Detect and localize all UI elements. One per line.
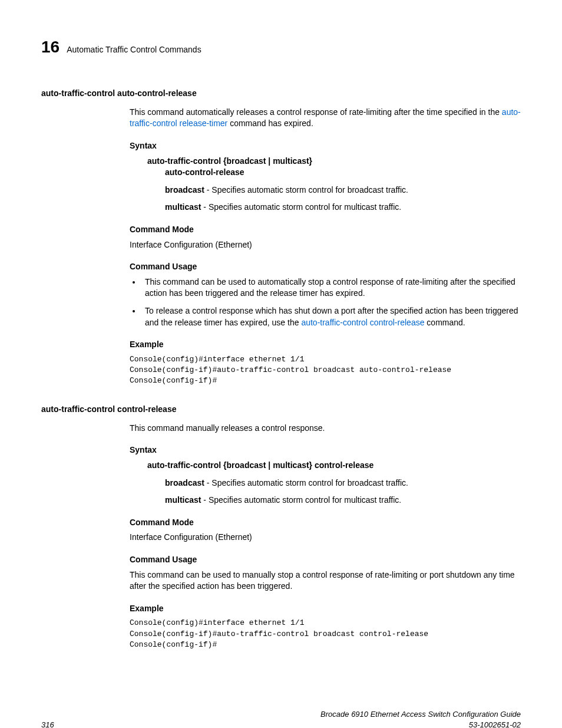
footer-right: Brocade 6910 Ethernet Access Switch Conf… bbox=[320, 709, 521, 728]
param-multicast: multicast - Specifies automatic storm co… bbox=[165, 495, 521, 506]
example-code: Console(config)#interface ethernet 1/1 C… bbox=[130, 354, 521, 387]
desc-text-b: command has expired. bbox=[227, 118, 313, 128]
section-title: auto-traffic-control control-release bbox=[41, 404, 521, 416]
usage-list: This command can be used to automaticall… bbox=[130, 276, 521, 328]
mode-text: Interface Configuration (Ethernet) bbox=[130, 239, 521, 251]
example-heading: Example bbox=[130, 603, 521, 615]
mode-heading: Command Mode bbox=[130, 224, 521, 236]
syntax-heading: Syntax bbox=[130, 140, 521, 152]
command-description: This command automatically releases a co… bbox=[130, 107, 521, 130]
desc-text-a: This command automatically releases a co… bbox=[130, 107, 502, 117]
page-footer: 316 Brocade 6910 Ethernet Access Switch … bbox=[41, 709, 521, 728]
param-desc: - Specifies automatic storm control for … bbox=[201, 202, 401, 212]
section-title: auto-traffic-control auto-control-releas… bbox=[41, 88, 521, 100]
usage-heading: Command Usage bbox=[130, 554, 521, 566]
command-description: This command manually releases a control… bbox=[130, 423, 521, 434]
syntax-line: auto-traffic-control {broadcast | multic… bbox=[147, 156, 521, 167]
param-desc: - Specifies automatic storm control for … bbox=[201, 495, 401, 505]
param-desc: - Specifies automatic storm control for … bbox=[204, 478, 408, 487]
usage-text-b: command. bbox=[424, 318, 465, 327]
mode-text: Interface Configuration (Ethernet) bbox=[130, 532, 521, 543]
list-item: To release a control response which has … bbox=[141, 305, 521, 328]
syntax-block: auto-traffic-control {broadcast | multic… bbox=[147, 156, 521, 179]
usage-heading: Command Usage bbox=[130, 261, 521, 273]
list-item: This command can be used to automaticall… bbox=[141, 276, 521, 299]
chapter-number: 16 bbox=[41, 35, 59, 58]
usage-text: This command can be used to manually sto… bbox=[130, 569, 521, 592]
mode-heading: Command Mode bbox=[130, 517, 521, 529]
param-broadcast: broadcast - Specifies automatic storm co… bbox=[165, 477, 521, 489]
syntax-line: auto-traffic-control {broadcast | multic… bbox=[147, 460, 521, 472]
example-code: Console(config)#interface ethernet 1/1 C… bbox=[130, 618, 521, 650]
page-number: 316 bbox=[41, 720, 54, 728]
param-name: multicast bbox=[165, 202, 201, 212]
param-multicast: multicast - Specifies automatic storm co… bbox=[165, 202, 521, 213]
doc-number: 53-1002651-02 bbox=[320, 720, 521, 728]
param-name: multicast bbox=[165, 495, 201, 505]
syntax-subline: auto-control-release bbox=[165, 167, 521, 179]
param-desc: - Specifies automatic storm control for … bbox=[204, 185, 408, 195]
page-header: 16 Automatic Traffic Control Commands bbox=[41, 35, 521, 58]
doc-title: Brocade 6910 Ethernet Access Switch Conf… bbox=[320, 709, 521, 720]
param-broadcast: broadcast - Specifies automatic storm co… bbox=[165, 185, 521, 196]
param-name: broadcast bbox=[165, 478, 204, 487]
syntax-block: auto-traffic-control {broadcast | multic… bbox=[147, 460, 521, 472]
param-name: broadcast bbox=[165, 185, 204, 195]
control-release-link[interactable]: auto-traffic-control control-release bbox=[301, 318, 424, 327]
example-heading: Example bbox=[130, 339, 521, 351]
chapter-title: Automatic Traffic Control Commands bbox=[67, 44, 201, 56]
syntax-heading: Syntax bbox=[130, 444, 521, 456]
